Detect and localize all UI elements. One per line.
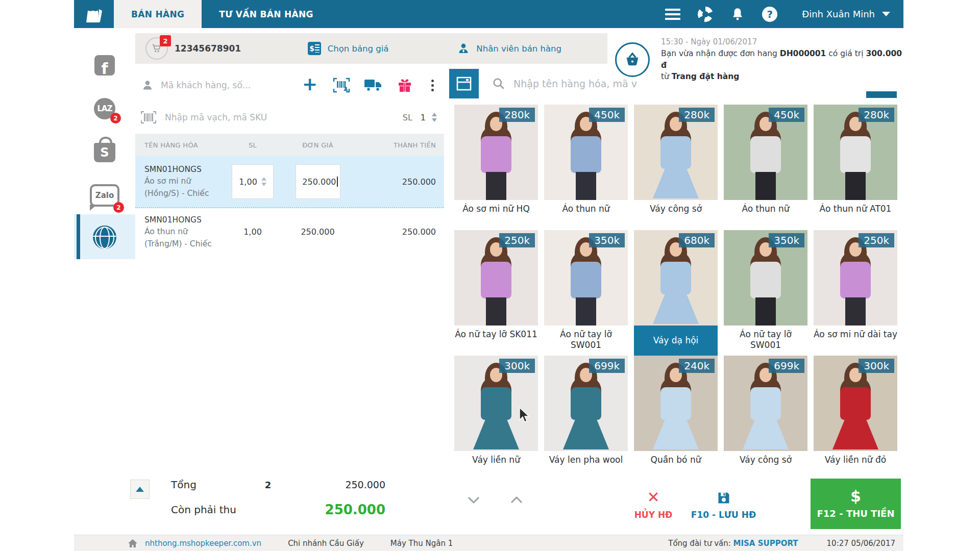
promotion-button[interactable] [389,78,421,93]
qty-cell: 1,00 [227,227,278,237]
price-badge: 680k [679,233,715,247]
price-badge: 250k [499,233,535,247]
garment-bottom [486,172,506,200]
garment-top [660,262,691,294]
price-badge: 699k [769,359,804,373]
product-card[interactable]: 250kÁo nữ tay lỡ SK011 [454,230,538,356]
product-name-label: Quần bó nữ [634,451,718,481]
product-card[interactable]: 280kÁo sơ mi nữ HQ [454,105,538,230]
garment-top [571,387,601,420]
qty-spinner[interactable] [261,177,266,186]
product-photo: 680k [634,230,718,325]
product-card[interactable]: 300kVáy liền nữ đỏ [814,356,897,481]
total-quantity: 2 [240,480,296,490]
barcode-icon [139,111,158,124]
product-card[interactable]: 699kVáy công sở [724,356,807,481]
product-name-label: Áo nữ tay lỡ SW001 [724,325,807,356]
product-card[interactable]: 680kVáy dạ hội [634,230,718,356]
garment-skirt [653,167,699,198]
cancel-invoice-button[interactable]: ✕ HỦY HĐ [625,490,681,520]
bell-icon[interactable] [730,7,745,21]
invoice-table: TÊN HÀNG HÓA SL ĐƠN GIÁ THÀNH TIỀN SMN01… [135,134,444,256]
app-logo[interactable] [74,0,114,28]
customer-icon [141,79,154,91]
qty-stepper[interactable] [432,113,437,122]
product-card[interactable]: 450kÁo thun nữ [544,105,628,230]
mouse-cursor [518,407,531,424]
product-card[interactable]: 300kVáy liền nữ [454,356,538,481]
customer-cart-group[interactable]: 2 12345678901 [135,37,308,60]
product-name-label: Áo nữ tay lỡ SK011 [454,325,538,356]
salesman-button[interactable]: Nhân viên bán hàng [457,42,607,55]
product-card[interactable]: 280kVáy công sở [634,105,718,230]
garment-skirt [832,418,878,449]
product-card[interactable]: 350kÁo nữ tay lỡ SW001 [544,230,628,356]
delivery-button[interactable] [357,78,389,92]
product-name-label: Váy công sở [634,200,718,230]
unit-price-input[interactable]: 250.000 [296,164,340,199]
menu-icon[interactable] [665,9,680,20]
product-card[interactable]: 250kÁo sơ mi nữ dài tay [814,230,897,356]
product-photo: 450k [724,105,807,200]
barcode-scan-button[interactable] [326,78,357,93]
salesman-label: Nhân viên bán hàng [476,44,561,54]
product-name: Áo sơ mi nữ [144,176,227,187]
add-customer-button[interactable]: + [294,77,326,93]
qty-cell: 1,00 [227,164,278,199]
user-menu[interactable]: Đinh Xuân Minh [802,9,890,19]
sidebar-item-zalo[interactable]: Zalo 2 [74,182,135,209]
dollar-icon: $ [850,489,861,504]
save-invoice-button[interactable]: F10 - LƯU HĐ [687,491,761,520]
line-total-cell: 250.000 [357,227,444,237]
garment-bottom [755,297,776,325]
product-card[interactable]: 350kÁo nữ tay lỡ SW001 [724,230,807,356]
product-card[interactable]: 280kÁo thun nữ AT01 [814,105,897,230]
product-name-label: Áo thun nữ [724,200,807,230]
garment-bottom [576,297,596,325]
barcode-input[interactable]: Nhập mã vạch, mã SKU [165,112,403,122]
garment-bottom [755,172,776,200]
sidebar-item-shopee[interactable]: S [74,135,135,164]
product-grid: 280kÁo sơ mi nữ HQ450kÁo thun nữ280kVáy … [454,105,903,481]
customer-search-input[interactable]: Mã khách hàng, số... [161,80,294,90]
total-amount: 250.000 [296,479,385,490]
tab-tu-van-ban-hang[interactable]: TƯ VẤN BÁN HÀNG [202,0,331,28]
product-name-label: Áo thun nữ AT01 [814,200,897,230]
garment-skirt [743,418,789,449]
barcode-scan-icon [333,78,350,93]
sidebar-item-webshop[interactable] [74,224,135,250]
product-name-label: Váy dạ hội [634,325,718,356]
product-photo: 699k [724,356,807,451]
product-search-input[interactable]: Nhập tên hàng hóa, mã v [513,78,637,89]
garment-top [660,136,691,169]
collapse-totals-button[interactable] [130,480,150,499]
site-link[interactable]: nhthong.mshopkeeper.com.vn [145,539,261,548]
view-toggle-button[interactable] [449,69,479,98]
scrollbar-thumb[interactable] [866,91,897,98]
chevron-down-button[interactable] [467,496,480,504]
price-list-button[interactable]: $ Chọn bảng giá [308,42,458,55]
price-badge: 250k [859,233,894,247]
tab-ban-hang[interactable]: BÁN HÀNG [114,0,202,28]
product-card[interactable]: 450kÁo thun nữ [724,105,807,230]
pay-button[interactable]: $ F12 - THU TIỀN [811,479,901,529]
support-hotline[interactable]: Tổng đài tư vấn: MISA SUPPORT [668,539,798,548]
sidebar-item-facebook[interactable]: f [74,54,135,77]
product-card[interactable]: 240kQuần bó nữ [634,356,718,481]
branch-name: Chi nhánh Cầu Giấy [288,539,364,548]
price-cell: 250.000 [278,227,357,237]
quantity-input[interactable]: 1,00 [232,164,274,199]
qty-value[interactable]: 1 [421,113,426,122]
invoice-row[interactable]: SMN01HONGSÁo sơ mi nữ(Hồng/S) - Chiếc1,0… [135,156,444,208]
sidebar-item-lazada[interactable]: LAZ 2 [74,97,135,120]
invoice-row[interactable]: SMN01HONGSÁo thun nữ(Trắng/M) - Chiếc1,0… [135,208,444,256]
product-name-label: Váy liền nữ [454,451,538,481]
help-icon[interactable]: ? [762,7,777,22]
product-card[interactable]: 699kVáy len pha wool [544,356,628,481]
chevron-up-button[interactable] [510,496,523,504]
product-name: (Trắng/M) - Chiếc [144,238,227,250]
sync-icon[interactable] [698,7,713,22]
price-badge: 350k [769,233,804,247]
more-options-button[interactable] [421,80,444,91]
shopping-bag-icon [84,4,104,24]
